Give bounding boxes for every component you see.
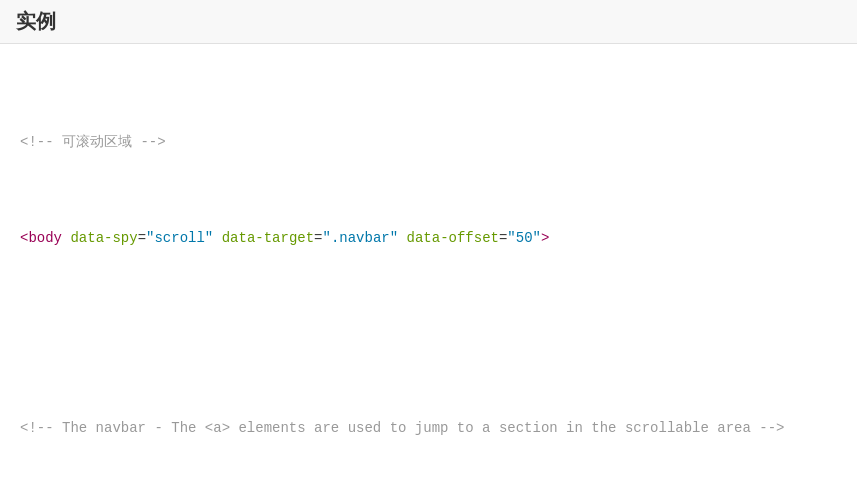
code-line-1: <!-- 可滚动区域 --> — [20, 131, 837, 155]
section-title: 实例 — [0, 0, 857, 44]
code-line-3 — [20, 322, 837, 346]
code-line-4: <!-- The navbar - The <a> elements are u… — [20, 417, 837, 441]
code-line-2: <body data-spy="scroll" data-target=".na… — [20, 227, 837, 251]
code-block: <!-- 可滚动区域 --> <body data-spy="scroll" d… — [0, 44, 857, 503]
